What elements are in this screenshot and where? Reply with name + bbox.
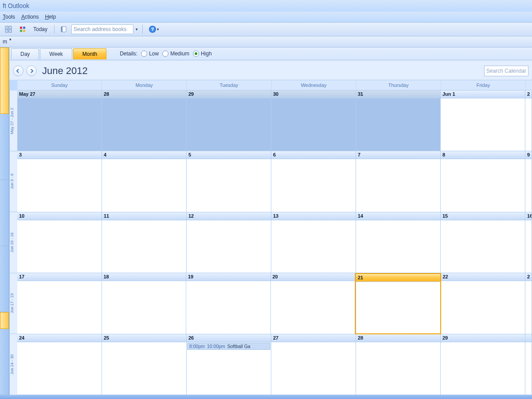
tab-week[interactable]: Week xyxy=(40,48,72,59)
nav-strip-segment-selected[interactable] xyxy=(0,47,9,114)
calendar-day-cell[interactable]: 24 xyxy=(17,334,102,395)
calendar-day-cell[interactable]: 3 xyxy=(17,151,102,212)
toolbar-separator xyxy=(54,25,55,34)
calendar-day-cell[interactable]: 8 xyxy=(441,151,525,212)
svg-rect-6 xyxy=(20,30,22,32)
address-book-icon[interactable] xyxy=(57,24,70,34)
svg-rect-9 xyxy=(61,27,63,32)
calendar-day-cell[interactable]: 12 xyxy=(187,212,271,273)
menu-actions[interactable]: Actions xyxy=(21,14,39,20)
menu-help[interactable]: Help xyxy=(45,14,56,20)
day-number: 10 xyxy=(17,212,102,220)
nav-strip-segment[interactable] xyxy=(0,246,9,312)
calendar-day-cell[interactable]: Jun 1 xyxy=(441,90,525,151)
calendar-day-cell[interactable]: May 27 xyxy=(17,90,102,151)
calendar-day-cell[interactable]: 2 xyxy=(525,90,532,151)
menu-bar: Tools Actions Help xyxy=(0,12,532,23)
nav-pane-strip[interactable] xyxy=(0,47,9,395)
calendar-day-cell[interactable]: 5 xyxy=(187,151,271,212)
tab-day[interactable]: Day xyxy=(11,48,39,59)
tab-month[interactable]: Month xyxy=(73,48,106,59)
details-low-radio[interactable]: Low xyxy=(141,51,159,57)
calendar-day-cell[interactable]: 30 xyxy=(271,90,356,151)
toolbar-categories-icon[interactable] xyxy=(16,24,29,34)
calendar-day-cell[interactable]: 16 xyxy=(525,212,532,273)
day-number: 5 xyxy=(187,151,271,159)
dow-monday: Monday xyxy=(102,80,187,90)
svg-rect-7 xyxy=(23,30,25,32)
day-number: 21 xyxy=(356,274,440,282)
toolbar-overflow[interactable]: ▾ xyxy=(157,27,160,31)
dow-sunday: Sunday xyxy=(17,80,102,90)
calendar-event[interactable]: 8:00pm 10:00pm Softball Ga xyxy=(187,343,270,350)
dow-wednesday: Wednesday xyxy=(272,80,356,90)
svg-rect-0 xyxy=(5,26,8,29)
day-number: 15 xyxy=(441,212,525,220)
svg-rect-1 xyxy=(9,26,12,29)
day-number: 31 xyxy=(356,90,440,98)
calendar-day-cell[interactable]: 22 xyxy=(441,273,526,334)
title-bar: ft Outlook xyxy=(0,0,532,12)
calendar-day-cell[interactable]: 28 xyxy=(102,90,187,151)
calendar-day-cell[interactable]: 4 xyxy=(102,151,187,212)
calendar-day-cell[interactable]: 28 xyxy=(356,334,441,395)
calendar-day-cell[interactable]: 27 xyxy=(271,334,356,395)
calendar-day-cell[interactable]: 31 xyxy=(356,90,441,151)
calendar-day-cell[interactable]: 14 xyxy=(356,212,441,273)
help-icon[interactable]: ? xyxy=(149,26,156,33)
nav-strip-segment[interactable] xyxy=(0,329,9,395)
calendar-day-cell[interactable] xyxy=(525,334,532,395)
calendar-day-cell[interactable]: 11 xyxy=(102,212,187,273)
dow-tuesday: Tuesday xyxy=(187,80,271,90)
day-number: 2 xyxy=(525,90,532,98)
search-calendar-input[interactable] xyxy=(484,66,528,76)
calendar-day-cell[interactable]: 21 xyxy=(355,273,441,334)
search-address-books-input[interactable] xyxy=(71,24,133,34)
calendar-day-cell[interactable]: 15 xyxy=(441,212,525,273)
menu-tools[interactable]: Tools xyxy=(3,14,15,20)
calendar-day-cell[interactable]: 9 xyxy=(525,151,532,212)
week-label[interactable]: Jun 3 - 9 xyxy=(9,151,17,212)
day-of-week-header: Sunday Monday Tuesday Wednesday Thursday… xyxy=(17,80,532,90)
calendar-day-cell[interactable]: 29 xyxy=(187,90,271,151)
week-label[interactable]: Jun 10 - 16 xyxy=(9,212,17,273)
calendar-day-cell[interactable]: 19 xyxy=(186,273,271,334)
calendar-day-cell[interactable]: 29 xyxy=(441,334,525,395)
details-high-radio[interactable]: High xyxy=(193,51,212,57)
nav-strip-segment[interactable] xyxy=(0,180,9,246)
calendar-week-row: 3456789 xyxy=(17,151,532,212)
calendar-day-cell[interactable]: 17 xyxy=(17,273,102,334)
day-number: 3 xyxy=(17,151,102,159)
details-medium-radio[interactable]: Medium xyxy=(162,51,189,57)
day-number: 28 xyxy=(356,334,440,342)
week-label-column: May 27 - Jun 2 Jun 3 - 9 Jun 10 - 16 Jun… xyxy=(9,90,17,395)
secondary-overflow[interactable]: ▾ xyxy=(7,37,13,46)
calendar-day-cell[interactable]: 6 xyxy=(271,151,356,212)
day-number: 19 xyxy=(186,273,270,281)
toolbar-separator-2 xyxy=(142,25,143,34)
calendar-day-cell[interactable]: 20 xyxy=(271,273,356,334)
calendar-day-cell[interactable]: 10 xyxy=(17,212,102,273)
nav-strip-segment[interactable] xyxy=(0,114,9,180)
nav-strip-segment-selected[interactable] xyxy=(0,312,9,329)
calendar-day-cell[interactable]: 25 xyxy=(102,334,187,395)
next-month-button[interactable] xyxy=(26,66,37,76)
search-address-dropdown[interactable]: ▾ xyxy=(133,25,140,34)
toolbar-grid-icon[interactable] xyxy=(2,24,15,34)
calendar-day-cell[interactable]: 268:00pm 10:00pm Softball Ga xyxy=(187,334,271,395)
dow-saturday xyxy=(526,80,532,90)
calendar-day-cell[interactable]: 7 xyxy=(356,151,441,212)
app-title: ft Outlook xyxy=(3,2,29,9)
main-content: Day Week Month Details: Low Medium High … xyxy=(0,47,532,395)
week-label[interactable]: Jun 17 - 23 xyxy=(9,273,17,334)
calendar-header: June 2012 xyxy=(9,60,532,80)
calendar-day-cell[interactable]: 18 xyxy=(102,273,187,334)
calendar-day-cell[interactable]: 13 xyxy=(271,212,356,273)
week-label[interactable]: Jun 24 - 30 xyxy=(9,334,17,395)
calendar-day-cell[interactable]: 2 xyxy=(525,273,532,334)
week-label[interactable]: May 27 - Jun 2 xyxy=(9,90,17,151)
day-number: 7 xyxy=(356,151,440,159)
today-button[interactable]: Today xyxy=(30,25,51,34)
day-number: 16 xyxy=(525,212,532,220)
prev-month-button[interactable] xyxy=(13,66,23,76)
